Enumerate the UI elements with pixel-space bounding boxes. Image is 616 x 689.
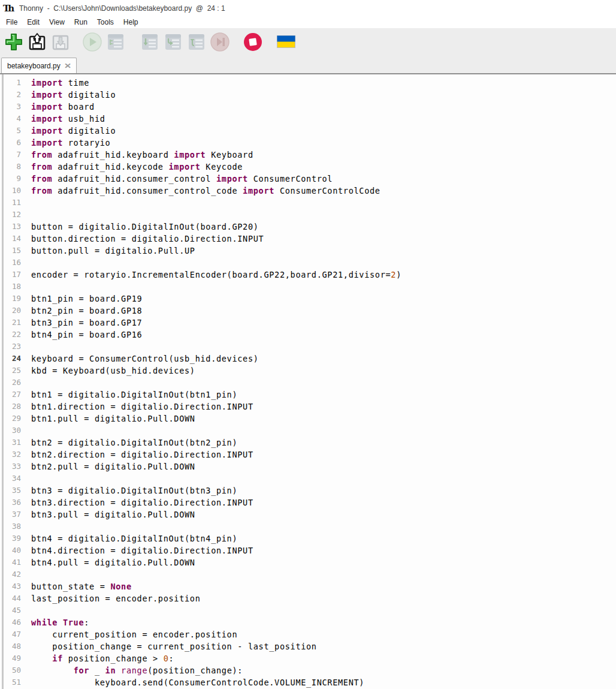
code-line[interactable]: 23 [0, 341, 616, 353]
code-line[interactable]: 39btn4 = digitalio.DigitalInOut(btn4_pin… [0, 532, 616, 544]
menu-bar: FileEditViewRunToolsHelp [0, 16, 616, 28]
code-line[interactable]: 20btn2_pin = board.GP18 [0, 305, 616, 317]
run-play-icon [82, 32, 102, 55]
code-line[interactable]: 33btn2.pull = digitalio.Pull.DOWN [0, 461, 616, 473]
code-line[interactable]: 16 [0, 257, 616, 269]
code-line[interactable]: 32btn2.direction = digitalio.Direction.I… [0, 449, 616, 461]
code-line[interactable]: 6import rotaryio [0, 137, 616, 149]
ukraine-support-button[interactable] [276, 32, 296, 54]
toolbar [0, 28, 616, 58]
menu-item-edit[interactable]: Edit [22, 18, 44, 26]
plus-icon [4, 32, 24, 55]
code-line[interactable]: 11 [0, 197, 616, 209]
step-over-icon [140, 32, 159, 54]
code-text: btn2.pull = digitalio.Pull.DOWN [31, 461, 195, 473]
menu-item-tools[interactable]: Tools [92, 18, 119, 26]
tab-close-icon[interactable]: ✕ [64, 62, 71, 70]
code-line[interactable]: 49 if position_change > 0: [0, 652, 616, 664]
code-text: button.pull = digitalio.Pull.UP [31, 245, 195, 257]
code-line[interactable]: 34 [0, 473, 616, 485]
code-line[interactable]: 4import usb_hid [0, 113, 616, 125]
code-line[interactable]: 36btn3.direction = digitalio.Direction.I… [0, 497, 616, 509]
code-line[interactable]: 21btn3_pin = board.GP17 [0, 317, 616, 329]
code-text: button_state = None [31, 580, 132, 592]
menu-item-view[interactable]: View [44, 18, 70, 26]
code-line[interactable]: 45 [0, 604, 616, 616]
code-line[interactable]: 25kbd = Keyboard(usb_hid.devices) [0, 365, 616, 377]
debug-script-button [105, 32, 126, 54]
code-line[interactable]: 35btn3 = digitalio.DigitalInOut(btn3_pin… [0, 485, 616, 497]
code-line[interactable]: 31btn2 = digitalio.DigitalInOut(btn2_pin… [0, 437, 616, 449]
code-line[interactable]: 9from adafruit_hid.consumer_control impo… [0, 173, 616, 185]
debug-icon [106, 32, 125, 54]
code-line[interactable]: 15button.pull = digitalio.Pull.UP [0, 245, 616, 257]
code-area[interactable]: 1import time2import digitalio3import boa… [0, 74, 616, 688]
code-line[interactable]: 22btn4_pin = board.GP16 [0, 329, 616, 341]
code-editor[interactable]: 1import time2import digitalio3import boa… [0, 74, 616, 689]
code-line[interactable]: 29btn1.pull = digitalio.Pull.DOWN [0, 413, 616, 425]
save-file-button [50, 32, 71, 54]
tab-betakeyboard[interactable]: betakeyboard.py ✕ [1, 58, 77, 73]
code-line[interactable]: 10from adafruit_hid.consumer_control_cod… [0, 185, 616, 197]
code-line[interactable]: 44last_position = encoder.position [0, 592, 616, 604]
code-text: if position_change > 0: [31, 652, 174, 664]
code-line[interactable]: 24keyboard = ConsumerControl(usb_hid.dev… [0, 353, 616, 365]
code-text: import time [31, 77, 89, 89]
code-line[interactable]: 13button = digitalio.DigitalInOut(board.… [0, 221, 616, 233]
code-line[interactable]: 47 current_position = encoder.position [0, 628, 616, 640]
title-bar: Th Thonny - C:\Users\John\Downloads\beta… [0, 0, 616, 16]
resume-icon [210, 32, 230, 55]
code-line[interactable]: 17encoder = rotaryio.IncrementalEncoder(… [0, 269, 616, 281]
code-text: btn4 = digitalio.DigitalInOut(btn4_pin) [31, 532, 237, 544]
tab-label: betakeyboard.py [7, 62, 61, 70]
code-line[interactable]: 18 [0, 281, 616, 293]
code-line[interactable]: 27btn1 = digitalio.DigitalInOut(btn1_pin… [0, 389, 616, 401]
code-text: from adafruit_hid.keyboard import Keyboa… [31, 149, 253, 161]
code-line[interactable]: 42 [0, 568, 616, 580]
window-title: Thonny - C:\Users\John\Downloads\betakey… [19, 4, 225, 13]
code-line[interactable]: 5import digitalio [0, 125, 616, 137]
code-line[interactable]: 43button_state = None [0, 580, 616, 592]
gutter-separator [2, 74, 4, 689]
menu-item-run[interactable]: Run [70, 18, 92, 26]
code-text: btn1_pin = board.GP19 [31, 293, 142, 305]
new-file-button[interactable] [4, 32, 24, 54]
code-line[interactable]: 41btn4.pull = digitalio.Pull.DOWN [0, 556, 616, 568]
code-text: btn4.pull = digitalio.Pull.DOWN [31, 556, 195, 568]
code-text: import rotaryio [31, 137, 110, 149]
code-text: btn1.pull = digitalio.Pull.DOWN [31, 413, 195, 425]
menu-item-file[interactable]: File [1, 18, 22, 26]
code-text: import digitalio [31, 125, 116, 137]
code-line[interactable]: 28btn1.direction = digitalio.Direction.I… [0, 401, 616, 413]
code-text: position_change = current_position - las… [31, 640, 317, 652]
code-line[interactable]: 12 [0, 209, 616, 221]
code-text: btn2_pin = board.GP18 [31, 305, 142, 317]
code-line[interactable]: 46while True: [0, 616, 616, 628]
code-line[interactable]: 14button.direction = digitalio.Direction… [0, 233, 616, 245]
code-line[interactable]: 19btn1_pin = board.GP19 [0, 293, 616, 305]
code-line[interactable]: 40btn4.direction = digitalio.Direction.I… [0, 544, 616, 556]
code-line[interactable]: 3import board [0, 101, 616, 113]
code-line[interactable]: 37btn3.pull = digitalio.Pull.DOWN [0, 509, 616, 520]
code-line[interactable]: 7from adafruit_hid.keyboard import Keybo… [0, 149, 616, 161]
code-text: last_position = encoder.position [31, 592, 201, 604]
stop-button[interactable] [243, 32, 263, 54]
code-line[interactable]: 48 position_change = current_position - … [0, 640, 616, 652]
code-text: btn3.pull = digitalio.Pull.DOWN [31, 509, 195, 520]
code-text: btn3_pin = board.GP17 [31, 317, 142, 329]
code-line[interactable]: 8from adafruit_hid.keycode import Keycod… [0, 161, 616, 173]
code-line[interactable]: 1import time [0, 77, 616, 89]
code-line[interactable]: 26 [0, 377, 616, 389]
code-text: keyboard = ConsumerControl(usb_hid.devic… [31, 353, 259, 365]
open-file-button[interactable] [27, 32, 47, 54]
step-into-icon [164, 32, 183, 54]
code-line[interactable]: 2import digitalio [0, 89, 616, 101]
menu-item-help[interactable]: Help [119, 18, 143, 26]
code-text: from adafruit_hid.keycode import Keycode [31, 161, 243, 173]
code-line[interactable]: 30 [0, 425, 616, 437]
code-line[interactable]: 38 [0, 520, 616, 532]
stop-icon [243, 32, 263, 55]
code-line[interactable]: 51 keyboard.send(ConsumerControlCode.VOL… [0, 676, 616, 688]
code-line[interactable]: 50 for _ in range(position_change): [0, 664, 616, 676]
code-text: kbd = Keyboard(usb_hid.devices) [31, 365, 195, 377]
